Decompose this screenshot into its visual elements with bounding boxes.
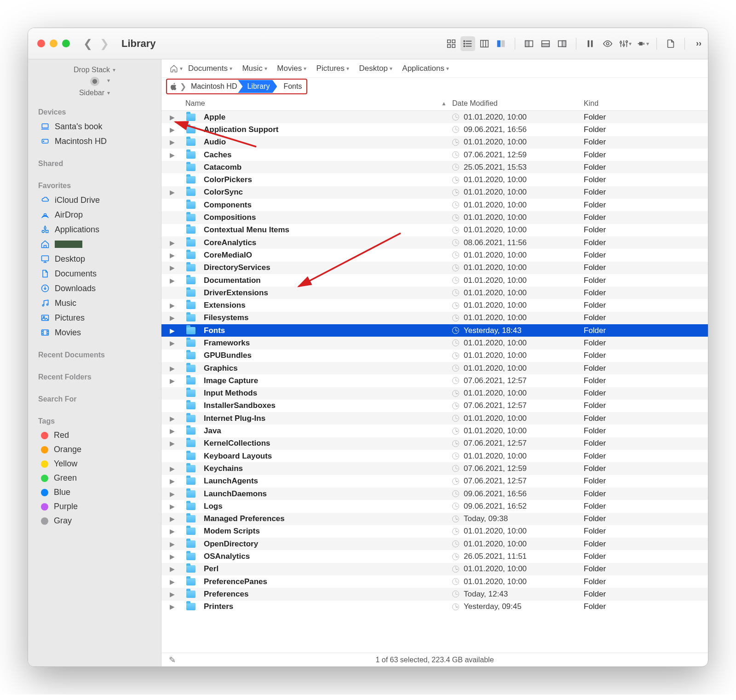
disclosure-triangle-icon[interactable]: ▶ (161, 138, 183, 146)
disclosure-triangle-icon[interactable]: ▶ (161, 327, 183, 334)
table-row[interactable]: ▶Modem Scripts01.01.2020, 10:00Folder (161, 525, 708, 538)
table-row[interactable]: ▶Documentation01.01.2020, 10:00Folder (161, 274, 708, 287)
disclosure-triangle-icon[interactable]: ▶ (161, 415, 183, 422)
sidebar-item-macintosh-hd[interactable]: Macintosh HD (32, 134, 157, 149)
table-row[interactable]: ▶Keychains07.06.2021, 12:59Folder (161, 462, 708, 475)
disclosure-triangle-icon[interactable]: ▶ (161, 565, 183, 573)
table-row[interactable]: ▶Apple01.01.2020, 10:00Folder (161, 111, 708, 123)
column-name[interactable]: Name▲ (183, 99, 452, 108)
table-row[interactable]: ▶FontsYesterday, 18:43Folder (161, 324, 708, 337)
fullscreen-button[interactable] (62, 40, 70, 47)
view-columns-icon[interactable] (477, 36, 492, 51)
disclosure-triangle-icon[interactable]: ▶ (161, 603, 183, 610)
linkbar-pictures[interactable]: Pictures ▾ (315, 63, 357, 75)
table-row[interactable]: ▶KernelCollections07.06.2021, 12:57Folde… (161, 437, 708, 450)
linkbar-desktop[interactable]: Desktop ▾ (357, 63, 400, 75)
linkbar-documents[interactable]: Documents ▾ (186, 63, 240, 75)
table-row[interactable]: ▶Image Capture07.06.2021, 12:57Folder (161, 374, 708, 387)
home-shortcut[interactable]: ▾ (168, 63, 184, 74)
table-row[interactable]: ▶Perl01.01.2020, 10:00Folder (161, 563, 708, 575)
edit-icon[interactable]: ✎ (169, 655, 176, 665)
dual-pane-left-icon[interactable] (522, 36, 536, 51)
disclosure-triangle-icon[interactable]: ▶ (161, 302, 183, 309)
sidebar-toggle[interactable]: Sidebar ▾ (28, 87, 161, 99)
table-row[interactable]: ▶Frameworks01.01.2020, 10:00Folder (161, 337, 708, 349)
sidebar-item-documents[interactable]: Documents (32, 266, 157, 281)
sidebar-item-home[interactable] (32, 237, 157, 252)
table-row[interactable]: ▶Keyboard Layouts01.01.2020, 10:00Folder (161, 450, 708, 462)
disclosure-triangle-icon[interactable]: ▶ (161, 114, 183, 121)
close-button[interactable] (37, 40, 45, 47)
linkbar-music[interactable]: Music ▾ (240, 63, 275, 75)
disclosure-triangle-icon[interactable]: ▶ (161, 264, 183, 271)
table-row[interactable]: ▶OSAnalytics26.05.2021, 11:51Folder (161, 550, 708, 562)
disclosure-triangle-icon[interactable]: ▶ (161, 365, 183, 372)
table-row[interactable]: ▶CoreMediaIO01.01.2020, 10:00Folder (161, 249, 708, 261)
table-row[interactable]: ▶LaunchDaemons09.06.2021, 16:56Folder (161, 488, 708, 500)
table-row[interactable]: ▶PreferencePanes01.01.2020, 10:00Folder (161, 575, 708, 588)
table-row[interactable]: ▶Audio01.01.2020, 10:00Folder (161, 136, 708, 149)
disclosure-triangle-icon[interactable]: ▶ (161, 578, 183, 585)
sidebar-item-desktop[interactable]: Desktop (32, 252, 157, 266)
forward-button[interactable]: ❯ (98, 37, 111, 50)
view-grid-icon[interactable] (444, 36, 459, 51)
linkbar-applications[interactable]: Applications ▾ (400, 63, 457, 75)
disclosure-triangle-icon[interactable]: ▶ (161, 490, 183, 498)
table-row[interactable]: ▶Contextual Menu Items01.01.2020, 10:00F… (161, 224, 708, 236)
table-row[interactable]: ▶Compositions01.01.2020, 10:00Folder (161, 211, 708, 224)
plug-icon[interactable]: ▾ (635, 36, 650, 51)
overflow-toolbar-button[interactable]: ›› (696, 39, 702, 48)
settings-icon[interactable]: ▾ (618, 36, 632, 51)
table-row[interactable]: ▶Managed PreferencesToday, 09:38Folder (161, 513, 708, 525)
column-kind[interactable]: Kind (584, 99, 708, 108)
linkbar-movies[interactable]: Movies ▾ (275, 63, 314, 75)
sidebar-item-pictures[interactable]: Pictures (32, 310, 157, 325)
disclosure-triangle-icon[interactable]: ▶ (161, 277, 183, 284)
drop-stack-menu[interactable]: Drop Stack ▾ (28, 64, 161, 76)
sidebar-item-airdrop[interactable]: AirDrop (32, 207, 157, 222)
new-file-icon[interactable] (663, 36, 678, 51)
table-row[interactable]: ▶CoreAnalytics08.06.2021, 11:56Folder (161, 236, 708, 249)
disclosure-triangle-icon[interactable]: ▶ (161, 126, 183, 133)
disclosure-triangle-icon[interactable]: ▶ (161, 515, 183, 522)
table-row[interactable]: ▶Logs09.06.2021, 16:52Folder (161, 500, 708, 512)
disclosure-triangle-icon[interactable]: ▶ (161, 503, 183, 510)
disclosure-triangle-icon[interactable]: ▶ (161, 189, 183, 196)
disclosure-triangle-icon[interactable]: ▶ (161, 528, 183, 535)
table-row[interactable]: ▶Input Methods01.01.2020, 10:00Folder (161, 387, 708, 400)
disclosure-triangle-icon[interactable]: ▶ (161, 553, 183, 560)
drop-target-icon[interactable]: ▾ (90, 77, 99, 86)
disclosure-triangle-icon[interactable]: ▶ (161, 465, 183, 472)
table-row[interactable]: ▶Application Support09.06.2021, 16:56Fol… (161, 123, 708, 136)
table-row[interactable]: ▶InstallerSandboxes07.06.2021, 12:57Fold… (161, 400, 708, 412)
table-row[interactable]: ▶Components01.01.2020, 10:00Folder (161, 199, 708, 211)
table-row[interactable]: ▶PrintersYesterday, 09:45Folder (161, 601, 708, 613)
table-row[interactable]: ▶ColorPickers01.01.2020, 10:00Folder (161, 173, 708, 186)
column-date[interactable]: Date Modified (452, 99, 584, 108)
disclosure-triangle-icon[interactable]: ▶ (161, 239, 183, 247)
tag-red[interactable]: Red (32, 428, 157, 442)
table-row[interactable]: ▶Java01.01.2020, 10:00Folder (161, 425, 708, 437)
path-segment-library[interactable]: Library (238, 80, 277, 93)
path-segment-root[interactable]: Macintosh HD (187, 80, 241, 93)
pause-icon[interactable] (583, 36, 598, 51)
sidebar-item-downloads[interactable]: Downloads (32, 281, 157, 296)
table-row[interactable]: ▶ColorSync01.01.2020, 10:00Folder (161, 186, 708, 199)
preview-icon[interactable] (600, 36, 615, 51)
tag-green[interactable]: Green (32, 471, 157, 485)
path-segment-fonts[interactable]: Fonts (274, 80, 305, 93)
table-row[interactable]: ▶OpenDirectory01.01.2020, 10:00Folder (161, 538, 708, 550)
back-button[interactable]: ❮ (81, 37, 95, 50)
tag-purple[interactable]: Purple (32, 499, 157, 514)
disclosure-triangle-icon[interactable]: ▶ (161, 252, 183, 259)
sidebar-item-movies[interactable]: Movies (32, 325, 157, 340)
view-list-icon[interactable] (460, 36, 475, 51)
disclosure-triangle-icon[interactable]: ▶ (161, 440, 183, 447)
disclosure-triangle-icon[interactable]: ▶ (161, 591, 183, 598)
dual-pane-right-icon[interactable] (555, 36, 569, 51)
table-row[interactable]: ▶Internet Plug-Ins01.01.2020, 10:00Folde… (161, 412, 708, 425)
table-row[interactable]: ▶DriverExtensions01.01.2020, 10:00Folder (161, 287, 708, 299)
disclosure-triangle-icon[interactable]: ▶ (161, 540, 183, 548)
tag-yellow[interactable]: Yellow (32, 457, 157, 471)
tag-blue[interactable]: Blue (32, 485, 157, 499)
